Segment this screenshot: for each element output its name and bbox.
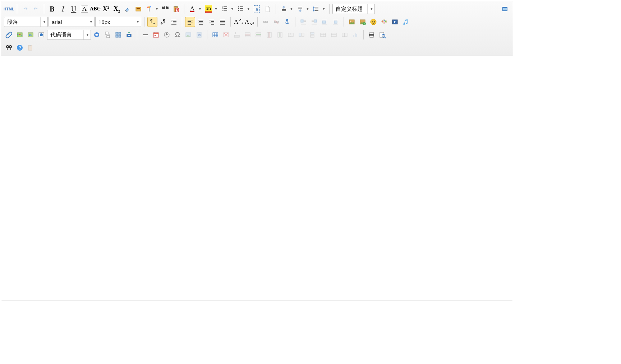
template-button[interactable]	[113, 30, 123, 40]
paragraph-select[interactable]: 段落▼	[4, 17, 48, 27]
delete-table-button[interactable]	[221, 30, 231, 40]
word-image-button[interactable]	[183, 30, 193, 40]
formatmatch-button[interactable]	[144, 4, 154, 14]
svg-rect-22	[240, 10, 243, 11]
svg-rect-72	[322, 24, 327, 24]
autotypeset-button[interactable]	[133, 4, 143, 14]
rowspacing-bottom-dropdown[interactable]: ▼	[305, 7, 310, 11]
print-button[interactable]	[367, 30, 377, 40]
unordered-list-dropdown[interactable]: ▼	[246, 7, 251, 11]
font-size-select[interactable]: 16px▼	[95, 17, 141, 27]
chart-button[interactable]	[350, 30, 360, 40]
subscript-button[interactable]: X2	[112, 4, 122, 14]
horizontal-rule-button[interactable]	[140, 30, 150, 40]
emotion-button[interactable]	[368, 17, 378, 27]
special-char-button[interactable]: Ω	[172, 30, 183, 40]
undo-button[interactable]	[20, 4, 30, 14]
eraser-button[interactable]	[123, 4, 133, 14]
new-doc-button[interactable]	[263, 4, 273, 14]
ordered-list-button[interactable]: 123	[220, 4, 230, 14]
source-button[interactable]: HTML	[4, 4, 14, 14]
link-button[interactable]	[261, 17, 271, 27]
merge-cells-button[interactable]	[286, 30, 296, 40]
merge-down-button[interactable]	[307, 30, 317, 40]
lineheight-button[interactable]	[311, 4, 321, 14]
date-button[interactable]	[151, 30, 161, 40]
delete-row-button[interactable]	[243, 30, 253, 40]
image-center-button[interactable]	[331, 17, 341, 27]
multi-image-button[interactable]: +	[358, 17, 368, 27]
italic-button[interactable]: I	[58, 4, 68, 14]
snapscreen-button[interactable]	[124, 30, 134, 40]
insert-music-button[interactable]	[401, 17, 411, 27]
forecolor-button[interactable]: A	[187, 4, 197, 14]
tolowercase-button[interactable]: A↘a	[244, 17, 254, 27]
backcolor-button[interactable]: ab	[203, 4, 213, 14]
drafts-button[interactable]	[26, 43, 36, 53]
unlink-button[interactable]	[271, 17, 281, 27]
blockquote-button[interactable]: ❝❝	[160, 4, 170, 14]
align-left-button[interactable]	[185, 17, 195, 27]
help-button[interactable]: ?	[15, 43, 25, 53]
insert-table-button[interactable]	[210, 30, 220, 40]
svg-point-107	[128, 35, 130, 36]
rowspacing-top-button[interactable]	[279, 4, 289, 14]
align-right-button[interactable]	[207, 17, 217, 27]
redo-button[interactable]	[31, 4, 41, 14]
insert-row-button[interactable]	[253, 30, 263, 40]
align-center-button[interactable]	[196, 17, 206, 27]
ordered-list-dropdown[interactable]: ▼	[230, 7, 235, 11]
unordered-list-button[interactable]	[236, 4, 246, 14]
svg-rect-43	[199, 21, 203, 22]
insert-video-button[interactable]	[390, 17, 400, 27]
superscript-button[interactable]: X2	[101, 4, 111, 14]
rowspacing-bottom-button[interactable]	[295, 4, 305, 14]
editor-content-area[interactable]	[1, 56, 513, 300]
bold-button[interactable]: B	[47, 4, 57, 14]
webapp-button[interactable]	[92, 30, 102, 40]
anchor-button[interactable]	[282, 17, 292, 27]
lineheight-dropdown[interactable]: ▼	[321, 7, 326, 11]
merge-right-button[interactable]	[296, 30, 307, 40]
rowspacing-top-dropdown[interactable]: ▼	[289, 7, 294, 11]
custom-style-select[interactable]: 自定义标题▼	[332, 4, 375, 14]
code-language-select[interactable]: 代码语言▼	[47, 30, 91, 40]
fullscreen-button[interactable]	[500, 4, 510, 14]
pagebreak-button[interactable]	[102, 30, 112, 40]
attachment-button[interactable]	[4, 30, 14, 40]
insert-image-button[interactable]	[347, 17, 357, 27]
indent-button[interactable]	[169, 17, 179, 27]
formatmatch-dropdown[interactable]: ▼	[154, 7, 160, 11]
preview-button[interactable]	[377, 30, 387, 40]
select-all-button[interactable]: a	[252, 4, 262, 14]
image-float-none-button[interactable]	[320, 17, 330, 27]
insert-para-before-table-button[interactable]: T	[232, 30, 242, 40]
delete-col-button[interactable]	[264, 30, 274, 40]
import-word-button[interactable]: W	[194, 30, 204, 40]
split-cells-button[interactable]	[318, 30, 328, 40]
underline-button[interactable]: U	[69, 4, 79, 14]
insert-frame-button[interactable]	[36, 30, 46, 40]
direction-rtl-button[interactable]: ¶	[158, 17, 168, 27]
find-replace-button[interactable]	[4, 43, 14, 53]
align-justify-button[interactable]	[217, 17, 227, 27]
backcolor-dropdown[interactable]: ▼	[213, 7, 219, 11]
baidu-map-button[interactable]	[15, 30, 25, 40]
google-map-button[interactable]: G	[26, 30, 36, 40]
strikethrough-button[interactable]: ABC	[90, 4, 100, 14]
forecolor-dropdown[interactable]: ▼	[197, 7, 203, 11]
image-float-left-button[interactable]	[298, 17, 308, 27]
touppercase-button[interactable]: A↗a	[234, 17, 244, 27]
svg-rect-103	[119, 32, 121, 34]
svg-point-17	[238, 6, 239, 8]
split-rows-button[interactable]	[329, 30, 339, 40]
font-family-select[interactable]: arial▼	[49, 17, 95, 27]
paste-plain-button[interactable]: T	[171, 4, 181, 14]
image-float-right-button[interactable]	[309, 17, 319, 27]
insert-col-button[interactable]	[275, 30, 285, 40]
scrawl-button[interactable]	[379, 17, 389, 27]
direction-ltr-button[interactable]: ¶	[147, 17, 157, 27]
time-button[interactable]	[162, 30, 172, 40]
split-cols-button[interactable]	[340, 30, 350, 40]
font-border-button[interactable]: A	[79, 4, 89, 14]
